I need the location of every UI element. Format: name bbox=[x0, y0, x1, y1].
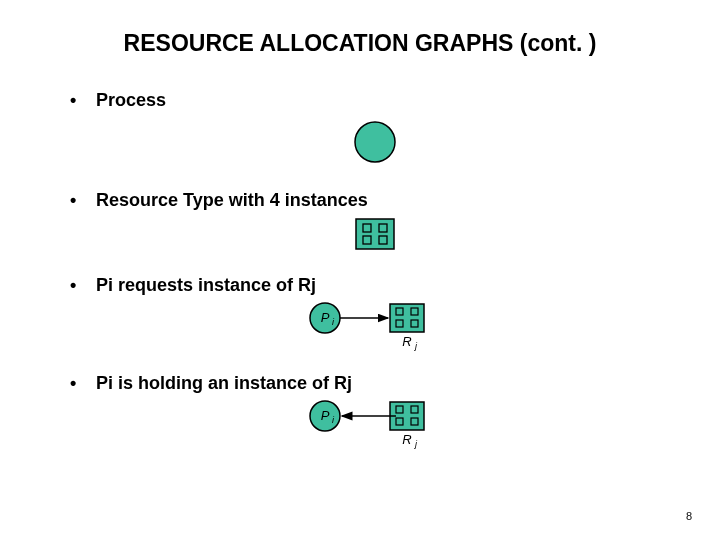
svg-rect-10 bbox=[390, 304, 424, 332]
assignment-edge-icon: P i R j bbox=[295, 398, 455, 452]
page-title: RESOURCE ALLOCATION GRAPHS (cont. ) bbox=[0, 30, 720, 57]
diagram-assignment: P i R j bbox=[70, 398, 680, 453]
svg-text:j: j bbox=[414, 341, 418, 351]
svg-text:R: R bbox=[402, 432, 411, 447]
svg-rect-1 bbox=[356, 219, 394, 249]
svg-text:P: P bbox=[321, 408, 330, 423]
process-circle-icon bbox=[350, 117, 400, 167]
bullet-process: • Process bbox=[70, 90, 680, 111]
bullet-resource-type: • Resource Type with 4 instances bbox=[70, 190, 680, 211]
bullet-text: Resource Type with 4 instances bbox=[96, 190, 368, 211]
bullet-mark: • bbox=[70, 275, 96, 296]
page-number: 8 bbox=[686, 510, 692, 522]
svg-text:P: P bbox=[321, 310, 330, 325]
svg-point-0 bbox=[355, 122, 395, 162]
bullet-mark: • bbox=[70, 90, 96, 111]
resource-box-icon bbox=[354, 217, 396, 251]
diagram-resource bbox=[70, 217, 680, 257]
bullet-mark: • bbox=[70, 190, 96, 211]
bullet-assignment-edge: • Pi is holding an instance of Rj bbox=[70, 373, 680, 394]
bullet-request-edge: • Pi requests instance of Rj bbox=[70, 275, 680, 296]
diagram-process bbox=[70, 117, 680, 172]
bullet-text: Pi requests instance of Rj bbox=[96, 275, 316, 296]
svg-text:R: R bbox=[402, 334, 411, 349]
bullet-text: Pi is holding an instance of Rj bbox=[96, 373, 352, 394]
svg-text:j: j bbox=[414, 439, 418, 449]
diagram-request: P i R j bbox=[70, 300, 680, 355]
request-edge-icon: P i R j bbox=[295, 300, 455, 354]
bullet-mark: • bbox=[70, 373, 96, 394]
bullet-list: • Process • Resource Type with 4 instanc… bbox=[70, 90, 680, 453]
bullet-text: Process bbox=[96, 90, 166, 111]
